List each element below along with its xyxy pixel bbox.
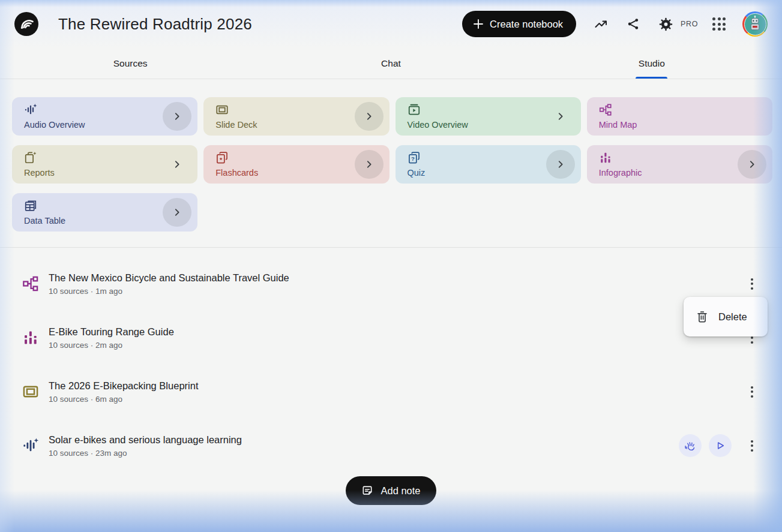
card-flashcards-open-button[interactable] [355,150,383,179]
artifact-menu-button[interactable] [740,272,764,296]
infographic-icon [599,151,612,164]
slide-deck-icon [215,103,229,116]
artifact-row-audio[interactable]: Solar e-bikes and serious language learn… [0,419,782,473]
chevron-right-icon [747,159,757,170]
tab-chat-label: Chat [381,58,401,69]
card-video-overview[interactable]: Video Overview [396,97,581,136]
main-tabs: Sources Chat Studio [0,48,782,79]
card-reports[interactable]: Reports [12,145,197,184]
chevron-right-icon [172,207,182,218]
artifact-meta: 10 sources · 6m ago [49,395,198,404]
create-notebook-label: Create notebook [490,19,563,30]
chevron-right-icon [172,159,182,170]
menu-item-delete[interactable]: Delete [684,303,768,330]
card-mind-map[interactable]: Mind Map [587,97,772,136]
studio-artifact-list: The New Mexico Bicycle and Sustainable T… [0,248,782,473]
tab-indicator [636,77,667,79]
svg-text:?: ? [411,155,414,162]
mind-map-icon [22,275,39,292]
tab-sources[interactable]: Sources [0,48,260,79]
tab-chat[interactable]: Chat [260,48,521,79]
artifact-meta: 10 sources · 2m ago [49,341,174,350]
artifact-title: E-Bike Touring Range Guide [49,326,174,338]
card-flashcards[interactable]: Flashcards [203,145,389,184]
trash-icon [696,310,709,323]
card-video-overview-open-button[interactable] [546,102,575,131]
card-slide-deck-open-button[interactable] [355,102,383,131]
interactive-mode-button[interactable] [679,434,702,457]
artifact-meta: 10 sources · 1m ago [49,287,289,296]
artifact-row-mind-map[interactable]: The New Mexico Bicycle and Sustainable T… [0,257,782,311]
notebooklm-logo[interactable] [14,12,38,36]
play-button[interactable] [709,434,732,457]
infographic-icon [22,329,39,346]
apps-grid-icon [712,17,726,31]
artifact-title: The New Mexico Bicycle and Sustainable T… [49,272,289,284]
artifact-row-infographic[interactable]: E-Bike Touring Range Guide 10 sources · … [0,311,782,365]
artifact-title: Solar e-bikes and serious language learn… [49,434,242,446]
share-button[interactable] [619,11,647,37]
add-note-container: Add note [0,473,782,505]
note-icon [361,485,373,497]
artifact-text: Solar e-bikes and serious language learn… [49,434,242,458]
interactive-hand-icon [684,440,696,452]
artifact-text: E-Bike Touring Range Guide 10 sources · … [49,326,174,350]
card-label: Mind Map [599,120,764,130]
card-infographic[interactable]: Infographic [587,145,772,184]
play-icon [715,441,725,450]
menu-item-delete-label: Delete [718,311,747,323]
chevron-right-icon [364,111,374,122]
reports-icon [24,151,37,164]
create-notebook-button[interactable]: Create notebook [462,11,576,37]
add-note-label: Add note [380,485,420,497]
plus-icon [473,19,484,29]
card-infographic-open-button[interactable] [738,150,766,179]
artifact-menu-button[interactable] [740,380,764,404]
settings-gear-icon [658,17,673,32]
header-actions: Create notebook [462,11,768,37]
video-icon [408,103,421,116]
avatar[interactable] [742,11,768,37]
tab-studio[interactable]: Studio [522,48,782,79]
trending-up-icon [594,17,608,31]
artifact-text: The 2026 E-Bikepacking Blueprint 10 sour… [49,380,198,404]
quiz-icon: ? [408,151,421,164]
notebooklm-app: The Rewired Roadtrip 2026 Create noteboo… [0,0,782,532]
card-audio-overview-open-button[interactable] [163,102,191,131]
audio-controls [679,434,732,457]
slide-deck-icon [22,383,39,400]
tab-studio-label: Studio [639,58,665,69]
pro-badge: PRO [681,20,698,28]
google-apps-button[interactable] [705,11,733,37]
add-note-button[interactable]: Add note [346,476,436,505]
card-quiz[interactable]: ? Quiz [396,145,581,184]
chevron-right-icon [364,159,374,170]
card-reports-open-button[interactable] [163,150,191,179]
flashcards-icon [215,151,229,164]
artifact-menu-button[interactable] [740,434,764,458]
app-header: The Rewired Roadtrip 2026 Create noteboo… [0,0,782,48]
mind-map-icon [599,103,612,116]
studio-cards-grid: Audio Overview Slide Deck Video Overview [0,79,782,233]
artifact-row-slide-deck[interactable]: The 2026 E-Bikepacking Blueprint 10 sour… [0,365,782,419]
audio-waveform-icon [22,437,39,454]
notebook-title[interactable]: The Rewired Roadtrip 2026 [58,15,252,34]
artifact-meta: 10 sources · 23m ago [49,449,242,458]
context-menu: Delete [684,297,768,336]
chevron-right-icon [555,111,566,122]
card-audio-overview[interactable]: Audio Overview [12,97,197,136]
settings-button[interactable] [652,11,679,37]
card-data-table-open-button[interactable] [163,198,191,227]
artifact-title: The 2026 E-Bikepacking Blueprint [49,380,198,392]
share-icon [626,17,640,31]
tab-sources-label: Sources [113,58,148,69]
card-data-table[interactable]: Data Table [12,193,197,232]
chevron-right-icon [172,111,182,122]
card-quiz-open-button[interactable] [546,150,575,179]
audio-waveform-icon [24,103,37,116]
card-slide-deck[interactable]: Slide Deck [203,97,389,136]
artifact-text: The New Mexico Bicycle and Sustainable T… [49,272,289,296]
chevron-right-icon [555,159,566,170]
analytics-button[interactable] [587,11,615,37]
data-table-icon [24,199,37,212]
